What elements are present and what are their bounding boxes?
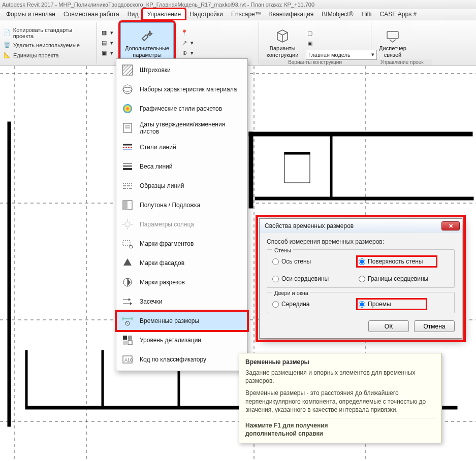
tab-hilti[interactable]: Hilti	[358, 9, 376, 20]
manage-links-button[interactable]: Диспетчерсвязей	[374, 22, 411, 63]
form-icon	[120, 121, 135, 135]
cancel-button[interactable]: Отмена	[414, 320, 455, 332]
chevron-down-icon: ▾	[191, 40, 194, 46]
small-btn-2[interactable]: ▤▾	[100, 39, 113, 47]
tab-upravlenie[interactable]: Управление	[142, 9, 185, 20]
ok-button[interactable]: ОК	[368, 320, 409, 332]
menu-sun-settings[interactable]: Параметры солнца	[116, 215, 247, 234]
dimension-icon	[120, 314, 135, 328]
small-btn-a2[interactable]: ↗▾	[180, 39, 194, 47]
radio-center-label: Середина	[281, 301, 309, 308]
svg-rect-43	[123, 241, 130, 246]
cmd-purge-unused-label: Удалить неиспользуемые	[13, 42, 80, 48]
design-options-label1: Варианты	[270, 45, 296, 51]
tab-kvantifikatsiya[interactable]: Квантификация	[265, 9, 318, 20]
fieldset-walls-legend: Стены	[272, 247, 293, 253]
list-icon: ▤	[100, 39, 108, 47]
menu-temporary-dimensions[interactable]: Временные размеры	[116, 311, 247, 331]
svg-rect-53	[123, 336, 127, 340]
menu-line-styles-label: Стили линий	[140, 144, 176, 151]
menu-fill-patterns[interactable]: Штриховки	[116, 60, 247, 80]
radio-wall-centerline[interactable]: Ось стены	[272, 258, 348, 265]
menu-arrowheads-label: Засечки	[140, 298, 162, 305]
radio-core-face[interactable]: Границы сердцевины	[359, 275, 435, 282]
sun-icon	[120, 217, 135, 232]
radio-wall-face[interactable]: Поверхность стены	[359, 258, 435, 265]
small-btn-1[interactable]: ▦▾	[100, 29, 113, 37]
chevron-down-icon: ▾	[110, 29, 113, 36]
menu-detail-level[interactable]: Уровень детализации	[116, 331, 247, 350]
dialog-titlebar[interactable]: Свойства временных размеров ✕	[260, 219, 462, 233]
radio-core-centerline[interactable]: Оси сердцевины	[272, 275, 348, 282]
ribbon-group-variants: Вариантыконструкции ▢ ▣ Главная модель ▾…	[259, 20, 371, 65]
additional-settings-label2: параметры	[133, 52, 162, 58]
manage-links-label1: Диспетчер	[379, 45, 406, 51]
tab-formy-genplan[interactable]: Формы и генплан	[2, 9, 59, 20]
svg-rect-14	[284, 152, 310, 183]
menu-sheet-issues-label: Даты утверждения/изменения листов	[140, 121, 242, 135]
menu-callout-tags[interactable]: Марки фрагментов	[116, 234, 247, 253]
tab-bimobject[interactable]: BIMobject®	[318, 9, 357, 20]
menu-elevation-tags[interactable]: Марки фасадов	[116, 253, 247, 273]
elevation-icon	[120, 256, 135, 270]
sphere-icon	[120, 82, 135, 96]
code-icon: A10	[120, 352, 135, 367]
svg-rect-13	[255, 197, 473, 200]
axis-icon: ↗	[180, 39, 188, 47]
small-btn-v2[interactable]: ▣	[306, 40, 377, 48]
menu-arrowheads[interactable]: Засечки	[116, 292, 247, 311]
cmd-purge-unused[interactable]: 🗑️ Удалить неиспользуемые	[3, 41, 93, 49]
tab-nadstroyki[interactable]: Надстройки	[185, 9, 227, 20]
tooltip-f1-line2: дополнительной справки	[245, 430, 435, 438]
radio-openings[interactable]: Проемы	[359, 301, 425, 308]
menu-material-assets[interactable]: Наборы характеристик материала	[116, 80, 247, 99]
svg-rect-37	[123, 201, 128, 210]
menu-detail-level-label: Уровень детализации	[140, 337, 201, 344]
section-icon	[120, 275, 135, 289]
menu-assembly-code[interactable]: A10Код по классификатору	[116, 350, 247, 369]
window-titlebar: Autodesk Revit 2017 - МНР_ПоликлиникаТво…	[0, 0, 476, 9]
menu-line-patterns[interactable]: Образцы линий	[116, 176, 247, 195]
svg-point-44	[130, 245, 133, 248]
design-options-button[interactable]: Вариантыконструкции	[262, 22, 303, 63]
arrowhead-icon	[120, 294, 135, 309]
menu-callout-tags-label: Марки фрагментов	[140, 240, 194, 247]
ribbon-group-smallicons: ▦▾ ▤▾ ▣▾	[97, 20, 117, 65]
cmd-copy-project-standards[interactable]: 📄 Копировать стандарты проекта	[3, 27, 93, 39]
small-btn-3[interactable]: ▣▾	[100, 49, 113, 57]
dialog-title-text: Свойства временных размеров	[265, 222, 354, 229]
svg-point-22	[123, 87, 132, 91]
radio-center[interactable]: Середина	[272, 301, 348, 308]
tooltip-para2: Временные размеры - это расстояния до бл…	[245, 389, 435, 414]
design-option-combo[interactable]: Главная модель ▾	[306, 50, 377, 60]
menu-line-styles[interactable]: Стили линий	[116, 138, 247, 157]
menu-analysis-styles-label: Графические стили расчетов	[140, 105, 222, 112]
svg-rect-0	[387, 31, 398, 39]
tab-case-apps[interactable]: CASE Apps #	[376, 9, 421, 20]
menu-section-tags-label: Марки разрезов	[140, 279, 185, 286]
tab-vid[interactable]: Вид	[123, 9, 143, 20]
menu-line-weights[interactable]: Веса линий	[116, 157, 247, 176]
menu-assembly-code-label: Код по классификатору	[140, 356, 206, 363]
menu-analysis-styles[interactable]: Графические стили расчетов	[116, 99, 247, 118]
detail-icon	[120, 333, 135, 347]
dialog-close-button[interactable]: ✕	[441, 221, 460, 230]
callout-icon	[120, 237, 135, 251]
small-btn-a1[interactable]: 📍	[180, 29, 194, 37]
menu-material-assets-label: Наборы характеристик материала	[140, 86, 237, 93]
menu-halftone[interactable]: Полутона / Подложка	[116, 195, 247, 215]
radio-wall-centerline-label: Ось стены	[281, 258, 311, 265]
tab-sovmestnaya-rabota[interactable]: Совместная работа	[59, 9, 123, 20]
radio-core-centerline-label: Оси сердцевины	[281, 275, 329, 282]
menu-temporary-dimensions-label: Временные размеры	[140, 317, 199, 324]
tooltip-temporary-dimensions: Временные размеры Задание размещения и о…	[239, 353, 442, 443]
manage-links-label2: связей	[384, 52, 401, 58]
tab-enscape[interactable]: Enscape™	[227, 9, 265, 20]
small-btn-v1[interactable]: ▢	[306, 29, 377, 38]
menu-sheet-issues[interactable]: Даты утверждения/изменения листов	[116, 118, 247, 138]
additional-settings-button[interactable]: Дополнительныепараметры	[120, 22, 174, 63]
cmd-project-units[interactable]: 📐 Единицы проекта	[3, 51, 93, 59]
menu-section-tags[interactable]: Марки разрезов	[116, 273, 247, 292]
small-btn-a3[interactable]: ⊕▾	[180, 49, 194, 57]
chevron-down-icon: ▾	[110, 50, 113, 56]
